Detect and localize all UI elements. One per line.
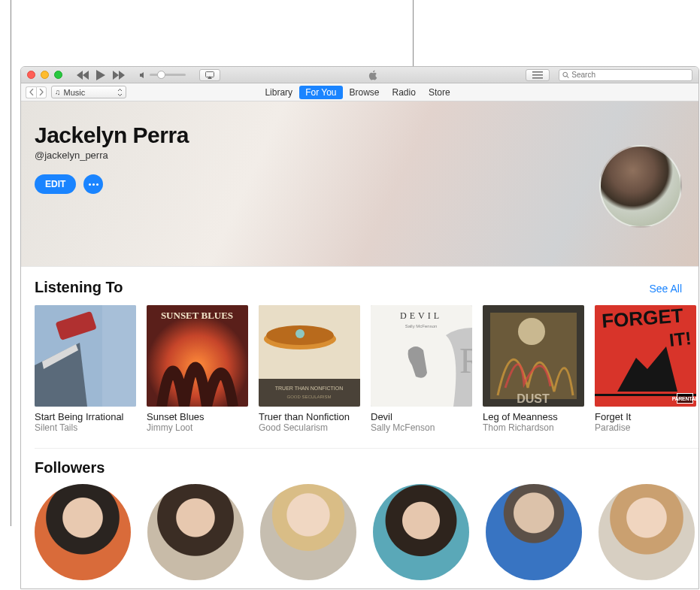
svg-point-4 (563, 72, 568, 77)
follower-avatar[interactable] (260, 484, 356, 580)
album-title: Truer than Nonfiction (259, 411, 360, 422)
next-track-button[interactable] (112, 69, 126, 81)
album-artist: Jimmy Loot (147, 422, 248, 433)
close-window-button[interactable] (27, 71, 35, 79)
tab-for-you[interactable]: For You (299, 86, 342, 99)
forward-button[interactable] (36, 86, 47, 98)
album-item[interactable]: Start Being Irrational Silent Tails (35, 305, 136, 433)
album-title: Sunset Blues (147, 411, 248, 422)
zoom-window-button[interactable] (54, 71, 62, 79)
tab-store[interactable]: Store (423, 86, 456, 99)
follower-avatar[interactable] (486, 484, 582, 580)
search-icon (562, 71, 569, 79)
album-title: Forget It (595, 411, 696, 422)
listening-title: Listening To (35, 279, 123, 296)
svg-text:IT!: IT! (668, 328, 692, 350)
tab-browse[interactable]: Browse (344, 86, 386, 99)
svg-rect-2 (532, 74, 543, 76)
svg-rect-3 (532, 77, 543, 79)
media-type-label: Music (64, 88, 86, 97)
album-cover (35, 305, 136, 407)
profile-header: Jackelyn Perra @jackelyn_perra EDIT (21, 101, 698, 267)
svg-text:R: R (459, 340, 472, 380)
followers-title: Followers (35, 459, 698, 477)
album-cover: SUNSET BLUES (147, 305, 248, 407)
svg-rect-10 (102, 305, 136, 407)
album-row: Start Being Irrational Silent Tails SUNS… (35, 305, 698, 433)
album-title: Devil (371, 411, 472, 422)
navbar: ♫ Music Library For You Browse Radio Sto… (21, 83, 698, 101)
svg-text:SUNSET BLUES: SUNSET BLUES (161, 310, 233, 321)
album-item[interactable]: TRUER THAN NONFICTION GOOD SECULARISM Tr… (259, 305, 360, 433)
svg-text:Sally McFenson: Sally McFenson (405, 324, 438, 328)
edit-profile-button[interactable]: EDIT (35, 174, 76, 194)
profile-avatar[interactable] (599, 145, 682, 228)
up-next-button[interactable] (526, 69, 550, 81)
follower-avatar[interactable] (598, 484, 695, 580)
see-all-link[interactable]: See All (649, 283, 682, 295)
media-type-selector[interactable]: ♫ Music (51, 86, 126, 98)
svg-rect-1 (532, 71, 543, 73)
album-artist: Good Secularism (259, 422, 360, 433)
app-window: ♫ Music Library For You Browse Radio Sto… (20, 66, 699, 589)
tab-radio[interactable]: Radio (386, 86, 422, 99)
play-button[interactable] (94, 69, 108, 81)
album-title: Start Being Irrational (35, 411, 136, 422)
album-artist: Silent Tails (35, 422, 136, 433)
album-item[interactable]: FORGET IT! PARENTAL Forget It Paradise (595, 305, 696, 433)
nav-tabs: Library For You Browse Radio Store (259, 86, 456, 99)
volume-slider[interactable] (150, 74, 186, 76)
airplay-icon (205, 71, 214, 79)
apple-logo-icon (368, 70, 378, 80)
minimize-window-button[interactable] (41, 71, 49, 79)
playback-controls (76, 69, 126, 81)
list-icon (532, 71, 543, 79)
svg-text:DEVIL: DEVIL (400, 310, 442, 321)
album-title: Leg of Meanness (483, 411, 584, 422)
album-item[interactable]: DEVIL Sally McFenson R Devil Sally McFen… (371, 305, 472, 433)
album-item[interactable]: DUST Leg of Meanness Thom Richardson (483, 305, 584, 433)
svg-line-5 (567, 76, 568, 77)
tab-library[interactable]: Library (259, 86, 298, 99)
dropdown-arrows-icon (117, 89, 123, 96)
follower-avatar[interactable] (35, 484, 131, 580)
now-playing-display (235, 68, 511, 82)
album-artist: Paradise (595, 422, 696, 433)
annotation-leader (11, 0, 11, 526)
profile-actions: EDIT (35, 174, 680, 194)
titlebar (21, 67, 698, 83)
svg-text:DUST: DUST (517, 392, 550, 405)
follower-avatar[interactable] (373, 484, 469, 580)
svg-text:TRUER THAN NONFICTION: TRUER THAN NONFICTION (275, 386, 343, 391)
speaker-icon (139, 71, 147, 79)
follower-avatar[interactable] (147, 484, 244, 580)
window-controls (27, 71, 62, 79)
volume-control[interactable] (139, 71, 186, 79)
svg-point-26 (518, 318, 545, 345)
album-cover: FORGET IT! PARENTAL (595, 305, 696, 407)
airplay-button[interactable] (199, 69, 220, 81)
profile-name: Jackelyn Perra (35, 123, 680, 148)
chevron-left-icon (29, 89, 34, 95)
search-input[interactable] (571, 71, 689, 79)
album-artist: Sally McFenson (371, 422, 472, 433)
svg-text:GOOD SECULARISM: GOOD SECULARISM (286, 395, 331, 399)
search-field[interactable] (559, 69, 692, 81)
svg-point-16 (295, 329, 305, 338)
listening-section-header: Listening To See All (35, 279, 698, 296)
album-cover: DEVIL Sally McFenson R (371, 305, 472, 407)
back-button[interactable] (26, 86, 36, 98)
album-cover: DUST (483, 305, 584, 407)
more-options-button[interactable] (83, 174, 103, 194)
music-note-icon: ♫ (55, 88, 61, 96)
chevron-right-icon (39, 89, 44, 95)
album-cover: TRUER THAN NONFICTION GOOD SECULARISM (259, 305, 360, 407)
previous-track-button[interactable] (76, 69, 89, 81)
content: Listening To See All Start Being Irratio… (21, 267, 698, 580)
album-item[interactable]: SUNSET BLUES Sunset Blues Jimmy Loot (147, 305, 248, 433)
profile-handle: @jackelyn_perra (35, 150, 680, 161)
parental-advisory-badge: PARENTAL (677, 393, 693, 404)
follower-row (35, 484, 698, 580)
svg-rect-17 (259, 379, 360, 407)
album-artist: Thom Richardson (483, 422, 584, 433)
